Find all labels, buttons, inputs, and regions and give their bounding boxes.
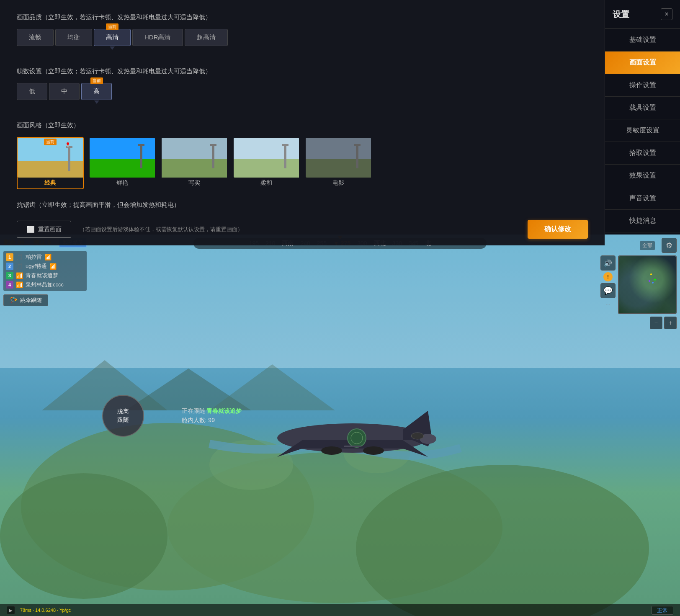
- svg-rect-8: [140, 144, 142, 168]
- gear-icon: ⚙: [666, 241, 672, 250]
- minimap[interactable]: [618, 255, 677, 314]
- svg-point-37: [321, 446, 342, 455]
- team-num-2: 2: [6, 263, 13, 270]
- zoom-controls: － ＋: [650, 317, 677, 329]
- hud-top-row: 全部 ⚙: [640, 238, 677, 253]
- follow-btn-area: 🪂 跳伞跟随: [3, 294, 87, 306]
- svg-rect-19: [306, 159, 372, 178]
- svg-rect-42: [344, 446, 361, 447]
- style-badge: 当前: [44, 139, 57, 145]
- style-vivid[interactable]: 鲜艳: [89, 137, 156, 189]
- follow-parachute-button[interactable]: 🪂 跳伞跟随: [3, 294, 48, 306]
- fps-btn-low[interactable]: 低: [17, 83, 47, 100]
- sidebar-item-sound[interactable]: 声音设置: [605, 187, 680, 210]
- zoom-in-button[interactable]: ＋: [664, 317, 677, 329]
- svg-point-40: [348, 429, 366, 447]
- minimap-dot-1: [650, 273, 652, 275]
- fps-btn-group: 低 中 当前 高: [17, 83, 588, 100]
- team-name-2: ugyf特通: [26, 263, 47, 270]
- follow-info: 正在跟随 青春就该追梦 舱内人数: 99: [182, 407, 242, 424]
- team-name-1: 柏拉雷: [26, 253, 42, 261]
- quality-section: 画面品质（立即生效，若运行卡顿、发热量和耗电量过大可适当降低） 流畅 均衡 当前…: [17, 13, 588, 46]
- following-label: 正在跟随 青春就该追梦: [182, 407, 242, 415]
- sidebar-item-pickup[interactable]: 拾取设置: [605, 142, 680, 165]
- bottom-left: ▶ 78ms · 14.0.6248 · Yp/gc: [7, 606, 71, 614]
- sidebar-title: 设置: [613, 9, 629, 20]
- sidebar-header: 设置 ×: [605, 0, 680, 29]
- bottom-right: 正常: [652, 606, 673, 614]
- mic-icon-3: 📶: [16, 272, 23, 279]
- sidebar-item-vehicle[interactable]: 载具设置: [605, 97, 680, 119]
- sidebar-item-sensitivity[interactable]: 灵敏度设置: [605, 119, 680, 142]
- minimap-dot-4: [649, 280, 650, 282]
- quality-btn-smooth[interactable]: 流畅: [17, 29, 54, 46]
- sidebar-item-controls[interactable]: 操作设置: [605, 74, 680, 97]
- status-badge: 正常: [652, 606, 673, 615]
- style-thumb-cinema: [306, 138, 372, 178]
- record-icon: ▶: [9, 608, 13, 613]
- svg-rect-20: [356, 144, 358, 168]
- svg-rect-3: [66, 146, 72, 148]
- voice-button[interactable]: 🔊: [600, 255, 616, 271]
- style-cinema[interactable]: 电影: [305, 137, 372, 189]
- svg-rect-21: [354, 144, 361, 146]
- svg-rect-18: [306, 138, 372, 159]
- svg-point-38: [363, 446, 384, 455]
- svg-rect-14: [234, 138, 300, 159]
- svg-rect-17: [282, 144, 288, 146]
- quality-btn-hdr[interactable]: HDR高清: [132, 29, 183, 46]
- team-list: 1 🎵 柏拉雷 📶 2 🎵 ugyf特通 📶 3 📶 青春就该追梦 4 📶 泉州…: [3, 251, 87, 291]
- record-button[interactable]: ▶: [7, 606, 15, 614]
- style-label-classic: 经典: [18, 178, 83, 188]
- svg-rect-12: [212, 144, 214, 168]
- svg-rect-10: [162, 138, 228, 159]
- style-realistic[interactable]: 写实: [161, 137, 228, 189]
- confirm-button[interactable]: 确认修改: [528, 220, 588, 239]
- svg-point-39: [411, 433, 424, 439]
- signal-icon-2: 📶: [49, 263, 57, 270]
- fps-btn-high[interactable]: 当前 高: [81, 83, 112, 100]
- hud-right: 全部 ⚙ 🔊 ! 💬 ···: [600, 238, 677, 329]
- style-soft[interactable]: 柔和: [233, 137, 300, 189]
- sidebar-item-basic[interactable]: 基础设置: [605, 29, 680, 52]
- style-label-soft: 柔和: [234, 178, 299, 188]
- detach-button[interactable]: 脱离跟随: [102, 395, 144, 437]
- settings-gear-button[interactable]: ⚙: [662, 238, 677, 253]
- close-button[interactable]: ×: [661, 8, 672, 20]
- cabin-count: 舱内人数: 99: [182, 417, 242, 424]
- fps-arrow: [94, 101, 99, 104]
- fps-badge: 当前: [90, 77, 103, 84]
- mic-icon-4: 📶: [16, 281, 23, 288]
- style-thumb-soft: [234, 138, 300, 178]
- section-divider-2: [17, 112, 588, 112]
- team-name-4: 泉州林品如cccc: [26, 281, 64, 289]
- style-thumb-realistic: [162, 138, 228, 178]
- quality-title: 画面品质（立即生效，若运行卡顿、发热量和耗电量过大可适当降低）: [17, 13, 588, 21]
- settings-panel: 画面品质（立即生效，若运行卡顿、发热量和耗电量过大可适当降低） 流畅 均衡 当前…: [0, 0, 680, 235]
- center-hud: 脱离跟随 正在跟随 青春就该追梦 舱内人数: 99: [102, 395, 242, 437]
- settings-bottom-bar: ⬜ 重置画面 （若画面设置后游戏体验不佳，或需恢复默认认设置，请重置画面） 确认…: [0, 213, 605, 245]
- chat-button[interactable]: 💬: [600, 283, 616, 298]
- sidebar-item-effects[interactable]: 效果设置: [605, 165, 680, 187]
- fps-btn-med[interactable]: 中: [49, 83, 80, 100]
- team-item-3: 3 📶 青春就该追梦: [6, 271, 84, 280]
- voice-controls: 🔊 ! 💬 ···: [600, 255, 616, 307]
- zoom-out-button[interactable]: －: [650, 317, 662, 329]
- quality-btn-hd[interactable]: 当前 高清: [94, 29, 131, 46]
- quality-btn-ultra[interactable]: 超高清: [185, 29, 228, 46]
- sidebar-item-display[interactable]: 画面设置: [605, 52, 680, 74]
- reset-button[interactable]: ⬜ 重置画面: [17, 221, 71, 238]
- svg-rect-16: [284, 144, 286, 168]
- style-classic[interactable]: 当前 经典: [17, 137, 84, 189]
- style-title: 画面风格（立即生效）: [17, 121, 588, 129]
- chat-icon: 💬: [603, 286, 613, 295]
- team-item-1: 1 🎵 柏拉雷 📶: [6, 253, 84, 262]
- warning-icon: !: [603, 272, 613, 281]
- svg-rect-15: [234, 159, 300, 178]
- plane-svg: [227, 375, 478, 501]
- team-item-4: 4 📶 泉州林品如cccc: [6, 280, 84, 289]
- quality-btn-balanced[interactable]: 均衡: [55, 29, 92, 46]
- hint-text: （若画面设置后游戏体验不佳，或需恢复默认认设置，请重置画面）: [80, 226, 528, 233]
- sidebar-item-quickmsg[interactable]: 快捷消息: [605, 210, 680, 232]
- zoom-out-icon: －: [653, 319, 659, 327]
